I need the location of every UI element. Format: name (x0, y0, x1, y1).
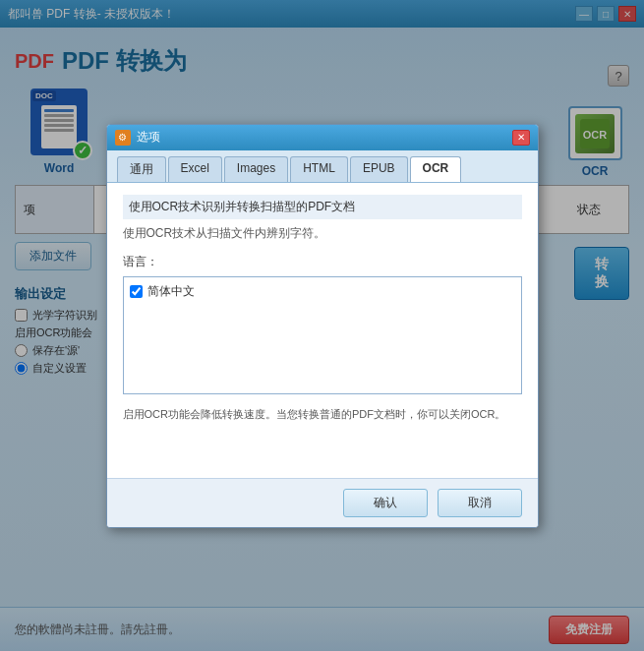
lang-checkbox-simplified-chinese[interactable] (130, 285, 143, 298)
dialog-title-text: 选项 (137, 129, 160, 146)
options-dialog: ⚙ 选项 ✕ 通用 Excel Images HTML EPUB OCR 使用O… (106, 124, 539, 528)
tab-excel[interactable]: Excel (168, 156, 222, 182)
lang-checkbox-row: 简体中文 (130, 283, 515, 300)
dialog-overlay: ⚙ 选项 ✕ 通用 Excel Images HTML EPUB OCR 使用O… (0, 0, 644, 651)
tab-epub[interactable]: EPUB (350, 156, 408, 182)
dialog-title-left: ⚙ 选项 (115, 129, 160, 146)
tab-general[interactable]: 通用 (117, 156, 166, 182)
tab-images[interactable]: Images (224, 156, 288, 182)
dialog-close-button[interactable]: ✕ (512, 130, 530, 146)
dialog-desc-1: 使用OCR技术识别并转换扫描型的PDF文档 (123, 195, 522, 219)
lang-label: 语言： (123, 254, 522, 270)
cancel-button[interactable]: 取消 (438, 489, 522, 517)
dialog-title-icon: ⚙ (115, 130, 131, 146)
dialog-tab-bar: 通用 Excel Images HTML EPUB OCR (107, 150, 538, 183)
dialog-title-bar: ⚙ 选项 ✕ (107, 125, 538, 150)
confirm-button[interactable]: 确认 (343, 489, 428, 517)
tab-html[interactable]: HTML (290, 156, 348, 182)
dialog-content: 使用OCR技术识别并转换扫描型的PDF文档 使用OCR技术从扫描文件内辨别字符。… (107, 183, 538, 478)
dialog-footer: 确认 取消 (107, 478, 538, 527)
tab-ocr[interactable]: OCR (410, 156, 462, 182)
ocr-notice: 启用OCR功能会降低转换速度。当您转换普通的PDF文档时，你可以关闭OCR。 (123, 406, 522, 424)
lang-option-label: 简体中文 (147, 283, 195, 300)
main-window: 都叫兽 PDF 转换- 未授权版本！ — □ ✕ ? PDF PDF 转换为 D… (0, 0, 644, 388)
dialog-desc-2: 使用OCR技术从扫描文件内辨别字符。 (123, 225, 522, 242)
lang-box: 简体中文 (123, 276, 522, 394)
